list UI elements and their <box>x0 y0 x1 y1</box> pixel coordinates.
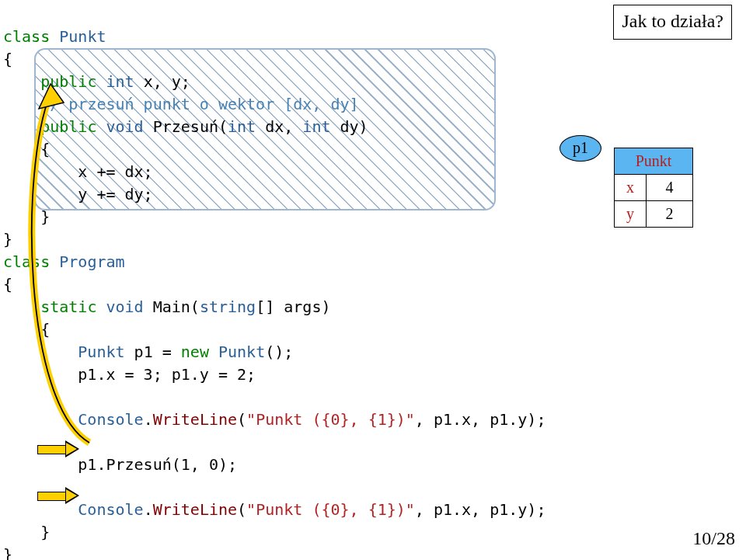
code-pre: class Punkt { public int x, y; // przesu… <box>3 26 546 560</box>
brace: } <box>3 523 50 541</box>
object-structure-box: Punkt x 4 y 2 <box>614 148 693 228</box>
object-field-row: y 2 <box>615 200 692 227</box>
class-name-punkt: Punkt <box>59 27 106 46</box>
var-decl: p1 = <box>125 343 181 361</box>
kw-class: class <box>3 27 50 46</box>
code-listing: class Punkt { public int x, y; // przesu… <box>3 3 546 560</box>
brace: { <box>3 275 12 294</box>
kw-string: string <box>200 297 256 316</box>
method-name: Przesuń( <box>144 117 228 136</box>
console-class: Console <box>78 500 143 519</box>
stmt: y += dy; <box>3 185 153 203</box>
format-string: "Punkt ({0}, {1})" <box>246 500 415 519</box>
stmt: x += dx; <box>3 162 153 181</box>
brace: { <box>3 50 12 68</box>
kw-void: void <box>106 297 143 316</box>
kw-public: public <box>40 117 96 136</box>
wl-args: , p1.x, p1.y); <box>415 410 546 429</box>
main-args: [] args) <box>256 297 330 316</box>
wl-args: , p1.x, p1.y); <box>415 500 546 519</box>
writeline-method: WriteLine <box>153 410 237 429</box>
brace: { <box>3 320 50 339</box>
object-class-header: Punkt <box>615 148 692 175</box>
object-reference-bubble: p1 <box>560 135 601 162</box>
object-field-value: 2 <box>647 201 692 227</box>
brace: { <box>3 140 50 158</box>
ctor-paren: (); <box>265 343 293 361</box>
comment-line: // przesuń punkt o wektor [dx, dy] <box>40 95 358 113</box>
kw-void: void <box>106 117 143 136</box>
ctor-punkt: Punkt <box>209 343 265 361</box>
stmt-assign: p1.x = 3; p1.y = 2; <box>3 365 256 384</box>
kw-static: static <box>40 297 96 316</box>
field-decl: x, y; <box>134 72 190 91</box>
main-name: Main( <box>144 297 200 316</box>
annotation-title-box: Jak to działa? <box>613 5 732 40</box>
param-dy: dy) <box>330 117 368 136</box>
kw-int: int <box>228 117 256 136</box>
kw-public: public <box>40 72 96 91</box>
object-field-value: 4 <box>647 175 692 200</box>
kw-class: class <box>3 252 50 271</box>
object-field-name: x <box>615 175 647 200</box>
kw-int: int <box>302 117 330 136</box>
object-field-name: y <box>615 201 647 227</box>
page-number: 10/28 <box>692 525 735 552</box>
kw-new: new <box>181 343 209 361</box>
brace: } <box>3 207 50 226</box>
writeline-method: WriteLine <box>153 500 237 519</box>
format-string: "Punkt ({0}, {1})" <box>246 410 415 429</box>
param-dx: dx, <box>256 117 302 136</box>
class-name-program: Program <box>59 252 124 271</box>
brace: } <box>3 230 12 249</box>
brace: } <box>3 545 12 560</box>
stmt-call: p1.Przesuń(1, 0); <box>3 455 237 474</box>
console-class: Console <box>78 410 143 429</box>
type-punkt: Punkt <box>78 343 124 361</box>
object-field-row: x 4 <box>615 175 692 200</box>
kw-int: int <box>106 72 134 91</box>
